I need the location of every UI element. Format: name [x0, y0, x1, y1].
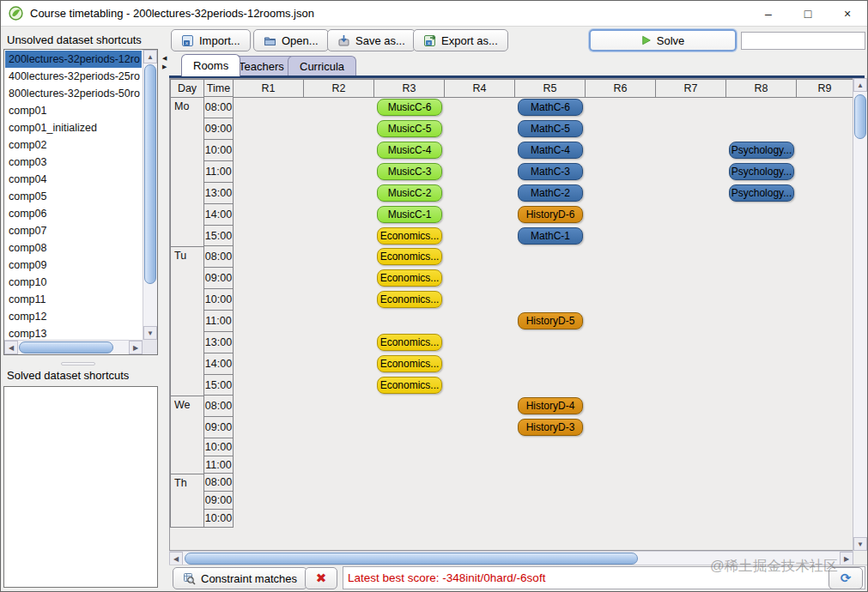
timetable-row: 15:00Economics...: [204, 374, 853, 396]
splitter-grip[interactable]: [61, 362, 95, 365]
dataset-item[interactable]: 400lectures-32periods-25ro: [5, 68, 142, 85]
scroll-up-icon[interactable]: ▲: [853, 78, 867, 92]
scroll-down-icon[interactable]: ▼: [143, 326, 157, 340]
grid-hscrollbar[interactable]: ◀ ▶: [169, 551, 853, 565]
room-lane: [234, 456, 853, 474]
horizontal-splitter[interactable]: [1, 359, 161, 367]
expand-right-icon[interactable]: ▶: [162, 63, 167, 69]
day-group: Tu08:00Economics...09:00Economics...10:0…: [170, 246, 853, 396]
tab-rooms[interactable]: Rooms: [181, 54, 240, 76]
time-label: 15:00: [204, 225, 234, 247]
lecture-chip[interactable]: HistoryD-3: [518, 419, 583, 436]
minimize-button[interactable]: –: [749, 1, 788, 27]
maximize-button[interactable]: □: [788, 1, 828, 27]
save-as-button[interactable]: Save as...: [327, 29, 416, 51]
lecture-chip[interactable]: Economics...: [377, 248, 442, 265]
lecture-chip[interactable]: MusicC-4: [377, 142, 442, 159]
export-as-button[interactable]: x Export as...: [413, 29, 508, 51]
timetable-row: 09:00Economics...: [204, 267, 853, 289]
lecture-chip[interactable]: MathC-1: [518, 227, 583, 245]
lecture-chip[interactable]: MathC-4: [518, 142, 583, 159]
vscroll-thumb[interactable]: [144, 64, 156, 284]
vertical-splitter[interactable]: ◀ ▶: [161, 27, 169, 591]
grid-vscrollbar[interactable]: ▲ ▼: [853, 78, 867, 551]
app-logo-icon: [9, 6, 23, 21]
import-button[interactable]: x Import...: [171, 29, 251, 51]
open-label: Open...: [282, 34, 319, 47]
constraint-matches-button[interactable]: Constraint matches: [173, 567, 307, 589]
dataset-item[interactable]: 200lectures-32periods-12ro: [5, 51, 142, 68]
day-group: Mo08:00MusicC-6MathC-609:00MusicC-5MathC…: [170, 97, 853, 247]
lecture-chip[interactable]: MathC-6: [518, 99, 583, 116]
scroll-left-icon[interactable]: ◀: [169, 552, 183, 565]
lecture-chip[interactable]: MusicC-6: [377, 99, 442, 116]
lecture-chip[interactable]: MusicC-5: [377, 120, 442, 137]
import-label: Import...: [199, 34, 240, 47]
dataset-item[interactable]: comp08: [5, 239, 142, 257]
refresh-button[interactable]: ⟳: [829, 567, 863, 589]
hscroll-thumb[interactable]: [185, 553, 638, 565]
hscroll-thumb[interactable]: [19, 341, 113, 353]
dataset-item[interactable]: comp12: [5, 308, 142, 325]
window-title: Course timetabling - 200lectures-32perio…: [30, 7, 314, 20]
lecture-chip[interactable]: Economics...: [377, 355, 442, 372]
dataset-item[interactable]: comp02: [5, 136, 142, 154]
dataset-item[interactable]: 800lectures-32periods-50ro: [5, 85, 142, 102]
lecture-chip[interactable]: Economics...: [377, 334, 442, 351]
unsolved-dataset-list: 200lectures-32periods-12ro400lectures-32…: [5, 51, 142, 339]
room-lane: MusicC-1HistoryD-6: [234, 203, 853, 226]
column-header: Day: [170, 79, 204, 98]
dataset-item[interactable]: comp13: [5, 325, 142, 339]
scroll-left-icon[interactable]: ◀: [4, 341, 18, 354]
dataset-item[interactable]: comp10: [5, 274, 142, 291]
toolbar: x Import... Open... Save as...: [169, 29, 867, 55]
lecture-chip[interactable]: MathC-3: [518, 163, 583, 180]
open-button[interactable]: Open...: [253, 29, 329, 51]
lecture-chip[interactable]: MusicC-1: [377, 206, 442, 223]
dataset-item[interactable]: comp01_initialized: [5, 119, 142, 136]
lecture-chip[interactable]: HistoryD-5: [518, 312, 583, 329]
terminate-button[interactable]: ✖: [305, 567, 337, 589]
scroll-right-icon[interactable]: ▶: [840, 552, 853, 565]
lecture-chip[interactable]: MathC-5: [518, 120, 583, 137]
vscroll-thumb[interactable]: [854, 94, 866, 139]
open-folder-icon: [264, 34, 276, 47]
tab-curricula[interactable]: Curricula: [288, 56, 356, 76]
time-label: 15:00: [204, 374, 234, 396]
scroll-up-icon[interactable]: ▲: [143, 50, 157, 63]
timetable-row: 11:00MusicC-3MathC-3Psychology...: [204, 160, 853, 183]
lecture-chip[interactable]: HistoryD-6: [518, 206, 583, 223]
day-label: Mo: [170, 97, 204, 247]
lecture-chip[interactable]: MathC-2: [518, 184, 583, 202]
unsolved-list-hscrollbar[interactable]: ◀ ▶: [4, 340, 143, 354]
dataset-item[interactable]: comp09: [5, 257, 142, 274]
timetable-row: 15:00Economics...MathC-1: [204, 225, 853, 247]
collapse-left-icon[interactable]: ◀: [162, 55, 167, 61]
dataset-item[interactable]: comp03: [5, 154, 142, 171]
scroll-down-icon[interactable]: ▼: [853, 537, 867, 551]
lecture-chip[interactable]: Economics...: [377, 269, 442, 287]
lecture-chip[interactable]: MusicC-3: [377, 163, 442, 180]
solve-button[interactable]: Solve: [589, 29, 737, 51]
lecture-chip[interactable]: Economics...: [377, 227, 442, 245]
unsolved-list-vscrollbar[interactable]: ▲ ▼: [143, 50, 157, 340]
dataset-item[interactable]: comp04: [5, 171, 142, 188]
solved-dataset-listbox[interactable]: [3, 386, 158, 588]
dataset-item[interactable]: comp01: [5, 102, 142, 119]
close-button[interactable]: ×: [828, 1, 867, 27]
dataset-item[interactable]: comp11: [5, 291, 142, 308]
lecture-chip[interactable]: HistoryD-4: [518, 397, 583, 414]
dataset-item[interactable]: comp06: [5, 205, 142, 222]
progress-field: [741, 32, 865, 50]
lecture-chip[interactable]: Psychology...: [729, 142, 794, 159]
dataset-item[interactable]: comp05: [5, 188, 142, 205]
time-label: 09:00: [204, 491, 234, 510]
lecture-chip[interactable]: MusicC-2: [377, 184, 442, 202]
lecture-chip[interactable]: Psychology...: [729, 184, 794, 202]
timetable-row: 14:00MusicC-1HistoryD-6: [204, 203, 853, 226]
lecture-chip[interactable]: Psychology...: [729, 163, 794, 180]
lecture-chip[interactable]: Economics...: [377, 291, 442, 308]
scroll-right-icon[interactable]: ▶: [129, 341, 143, 354]
lecture-chip[interactable]: Economics...: [377, 377, 442, 394]
dataset-item[interactable]: comp07: [5, 222, 142, 239]
